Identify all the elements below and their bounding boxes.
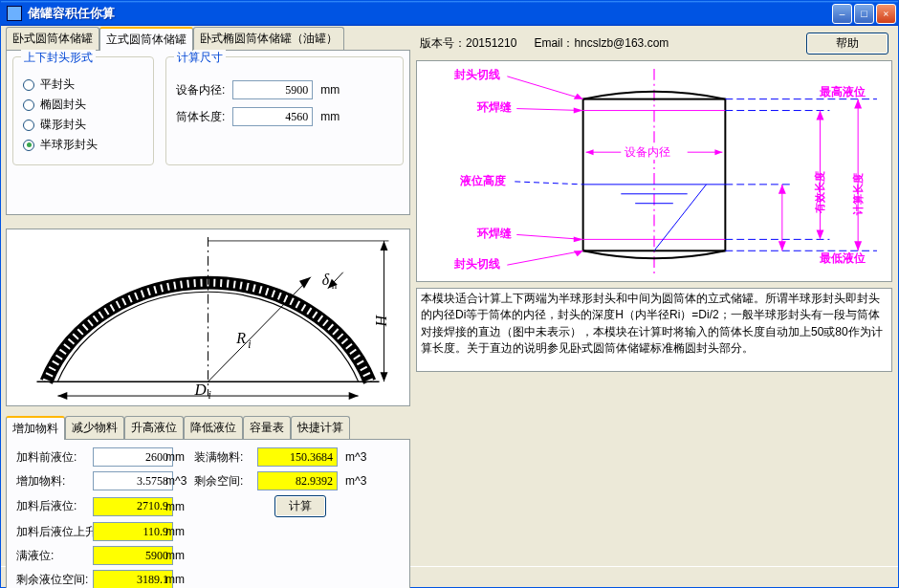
- tab-horiz-cylinder[interactable]: 卧式圆筒体储罐: [6, 27, 99, 50]
- help-button[interactable]: 帮助: [806, 33, 888, 54]
- schem-max-level: 最高液位: [819, 85, 866, 98]
- remain-space-label: 剩余空间:: [194, 473, 255, 490]
- window-buttons: – □ ×: [832, 4, 896, 24]
- description-box: 本模块适合计算上下两端为半球形封头和中间为圆筒体的立式储罐。所谓半球形封头即封头…: [416, 288, 892, 372]
- tab-remove-material[interactable]: 减少物料: [65, 416, 124, 439]
- radio-hemisphere-head[interactable]: 半球形封头: [23, 137, 143, 153]
- dimension-legend: 计算尺寸: [174, 50, 226, 66]
- left-panel: 卧式圆筒体储罐 立式圆筒体储罐 卧式椭圆筒体储罐（油罐） 上下封头形式 平封头 …: [6, 29, 410, 564]
- svg-marker-42: [817, 111, 824, 120]
- full-material-output: [257, 447, 338, 467]
- calc-button[interactable]: 计算: [274, 495, 326, 517]
- radio-flat-head[interactable]: 平封头: [23, 76, 143, 93]
- window-title: 储罐容积任你算: [28, 5, 832, 22]
- remain-level-unit: mm: [165, 573, 192, 586]
- email-label: Email：: [534, 36, 574, 50]
- full-material-unit: m^3: [345, 450, 370, 464]
- radio-ellipse-head[interactable]: 椭圆封头: [23, 97, 143, 113]
- svg-line-28: [507, 76, 582, 99]
- svg-marker-9: [381, 241, 388, 250]
- ri-label: R: [235, 330, 246, 346]
- head-svg: R i δ n H D: [7, 229, 409, 405]
- svg-marker-48: [778, 185, 786, 194]
- email-value: hncslzb@163.com: [574, 36, 669, 50]
- svg-marker-13: [57, 392, 67, 400]
- svg-marker-34: [574, 236, 583, 242]
- tab-add-material[interactable]: 增加物料: [6, 416, 65, 440]
- remain-level-output: [93, 570, 173, 588]
- schem-ring-weld-top: 环焊缝: [476, 100, 513, 114]
- svg-text:i: i: [248, 338, 251, 351]
- svg-marker-49: [778, 241, 786, 250]
- svg-marker-31: [574, 108, 583, 114]
- tab-lower-level[interactable]: 降低液位: [184, 416, 243, 439]
- level-rise-output: [93, 522, 173, 541]
- content-area: 卧式圆筒体储罐 立式圆筒体储罐 卧式椭圆筒体储罐（油罐） 上下封头形式 平封头 …: [1, 26, 898, 566]
- remain-space-unit: m^3: [345, 474, 370, 488]
- inner-diameter-input[interactable]: [232, 80, 313, 99]
- head-type-legend: 上下封头形式: [21, 50, 96, 66]
- tab-horiz-ellipse[interactable]: 卧式椭圆筒体储罐（油罐）: [193, 27, 344, 50]
- schem-valid-length: 有效长度: [814, 171, 825, 214]
- pre-level-unit: mm: [165, 450, 192, 464]
- calc-page: 加料前液位: mm 装满物料: m^3 增加物料: m^3 剩余空间: m^3 …: [6, 439, 410, 588]
- add-material-label: 增加物料:: [16, 473, 91, 490]
- version-label: 版本号：: [420, 36, 466, 50]
- shell-length-unit: mm: [320, 110, 340, 123]
- radio-dish-head-label: 碟形封头: [40, 117, 86, 133]
- tab-capacity-table[interactable]: 容量表: [243, 416, 291, 439]
- version-value: 20151210: [466, 36, 516, 50]
- radio-flat-head-label: 平封头: [40, 76, 75, 93]
- full-level-unit: mm: [165, 549, 192, 562]
- svg-marker-43: [817, 229, 824, 239]
- pre-level-label: 加料前液位:: [16, 449, 91, 466]
- email-text: Email：hncslzb@163.com: [534, 35, 669, 52]
- tab-vert-cylinder[interactable]: 立式圆筒体储罐: [99, 27, 193, 51]
- tab-raise-level[interactable]: 升高液位: [124, 416, 184, 439]
- svg-line-30: [516, 109, 582, 111]
- titlebar[interactable]: 储罐容积任你算 – □ ×: [1, 1, 898, 26]
- h-label: H: [373, 314, 389, 327]
- schem-min-level: 最低液位: [819, 251, 866, 265]
- full-level-output: [93, 546, 173, 565]
- delta-n-label: δ: [322, 272, 330, 288]
- svg-marker-22: [714, 149, 722, 155]
- minimize-button[interactable]: –: [832, 4, 852, 24]
- svg-marker-36: [574, 250, 583, 256]
- schem-calc-length: 计算长度: [852, 173, 864, 216]
- svg-marker-10: [381, 372, 388, 381]
- svg-marker-45: [854, 99, 862, 109]
- full-material-label: 装满物料:: [194, 449, 255, 466]
- svg-line-35: [507, 250, 582, 265]
- svg-line-32: [515, 182, 582, 185]
- version-text: 版本号：20151210: [420, 35, 516, 52]
- app-icon: [7, 6, 22, 21]
- schem-ring-weld-bot: 环焊缝: [476, 227, 513, 240]
- post-level-output: [93, 497, 173, 516]
- svg-marker-14: [349, 392, 359, 400]
- close-button[interactable]: ×: [876, 4, 896, 24]
- add-material-unit: m^3: [165, 474, 192, 488]
- shell-length-input[interactable]: [232, 107, 313, 126]
- maximize-button[interactable]: □: [854, 4, 874, 24]
- calc-tabs-container: 增加物料 减少物料 升高液位 降低液位 容量表 快捷计算 加料前液位: mm 装…: [6, 418, 410, 588]
- description-text: 本模块适合计算上下两端为半球形封头和中间为圆筒体的立式储罐。所谓半球形封头即封头…: [421, 292, 883, 355]
- shell-length-label: 筒体长度:: [176, 109, 225, 125]
- right-panel: 版本号：20151210 Email：hncslzb@163.com 帮助: [416, 31, 892, 564]
- add-material-input[interactable]: [93, 471, 173, 490]
- inner-diameter-unit: mm: [320, 83, 340, 97]
- di-label: D: [194, 381, 207, 399]
- tab-quick-calc[interactable]: 快捷计算: [291, 416, 350, 439]
- head-cross-section-diagram: R i δ n H D: [6, 229, 410, 406]
- schem-inner-diameter: 设备内径: [625, 145, 670, 159]
- schem-liquid-height: 液位高度: [459, 174, 506, 187]
- radio-hemisphere-head-label: 半球形封头: [40, 137, 98, 153]
- radio-dish-head[interactable]: 碟形封头: [23, 117, 143, 133]
- inner-diameter-label: 设备内径:: [176, 82, 225, 98]
- schem-top-tangent: 封头切线: [453, 68, 500, 81]
- radio-ellipse-head-label: 椭圆封头: [40, 97, 86, 113]
- main-tab-page: 上下封头形式 平封头 椭圆封头 碟形封头 半球形封头 计算尺寸 设备内径: mm: [6, 50, 410, 215]
- level-rise-label: 加料后液位上升:: [16, 524, 91, 540]
- head-type-group: 上下封头形式 平封头 椭圆封头 碟形封头 半球形封头: [12, 56, 154, 165]
- pre-level-input[interactable]: [93, 447, 173, 467]
